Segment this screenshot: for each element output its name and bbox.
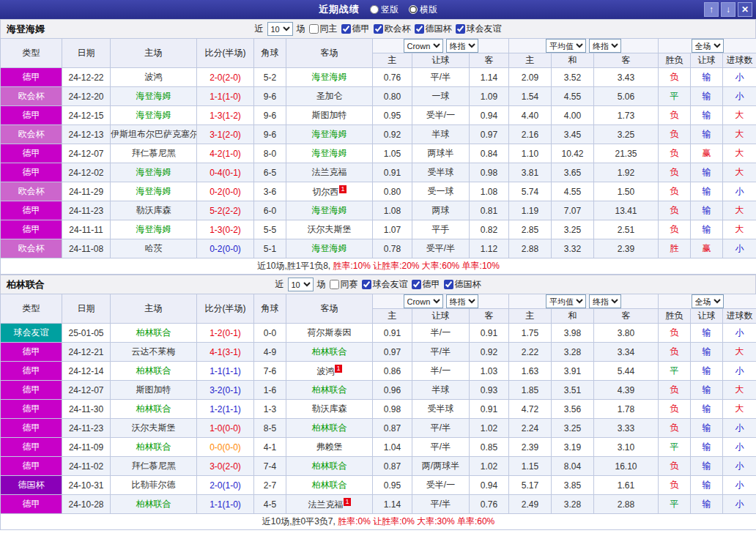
match-count-select[interactable]: 10 bbox=[288, 278, 314, 291]
same-filter-checkbox[interactable]: 同主 bbox=[309, 23, 338, 35]
same-filter-checkbox-input[interactable] bbox=[330, 280, 339, 289]
odds-value: 1.73 bbox=[594, 106, 659, 125]
home-team: 拜仁慕尼黑 bbox=[111, 457, 197, 476]
score: 1-3(0-2) bbox=[197, 220, 254, 239]
result-handicap: 输 bbox=[691, 324, 723, 343]
title-bar: 近期战绩 竖版 横版 ↑ ↓ ✕ bbox=[0, 0, 756, 19]
odds-value: 1.50 bbox=[594, 182, 659, 201]
league-filter-checkbox-1-label: 欧会杯 bbox=[385, 23, 411, 35]
result-goals: 大 bbox=[723, 163, 756, 182]
league-filter-checkbox-2-label: 德国杯 bbox=[426, 23, 452, 35]
home-team: 沃尔夫斯堡 bbox=[111, 419, 197, 438]
bookmaker-select[interactable]: Crown bbox=[404, 39, 443, 53]
header-col-score: 比分(半场) bbox=[197, 39, 254, 68]
league-filter-checkbox-2[interactable]: 德国杯 bbox=[444, 278, 481, 291]
odds-value: 1.54 bbox=[509, 87, 552, 106]
result-goals: 小 bbox=[723, 87, 756, 106]
header-sub-胜负: 胜负 bbox=[659, 309, 691, 324]
league-filter-checkbox-3-input[interactable] bbox=[456, 24, 465, 34]
same-filter-checkbox[interactable]: 同赛 bbox=[330, 278, 358, 291]
odds-value: 1.85 bbox=[509, 381, 552, 400]
layout-vertical-radio[interactable] bbox=[370, 5, 379, 14]
score: 0-4(0-1) bbox=[197, 163, 254, 182]
same-filter-checkbox-input[interactable] bbox=[309, 24, 319, 34]
away-team-name: 荷尔斯泰因 bbox=[308, 327, 352, 338]
odds-value: 5.06 bbox=[594, 87, 659, 106]
filter-suffix-label: 场 bbox=[317, 278, 326, 291]
odds-value: 2.16 bbox=[509, 125, 552, 144]
result-wdl: 负 bbox=[659, 182, 691, 201]
corner-score: 5-5 bbox=[254, 220, 286, 239]
league-filter-checkbox-0-input[interactable] bbox=[341, 24, 351, 34]
result-wdl: 负 bbox=[659, 343, 691, 362]
odds-value: 半球 bbox=[412, 125, 470, 144]
home-team: 柏林联合 bbox=[111, 495, 197, 514]
result-goals: 小 bbox=[723, 457, 756, 476]
away-team: 柏林联合 bbox=[286, 343, 373, 362]
league-badge: 德甲 bbox=[1, 144, 62, 163]
league-filter-checkbox-3[interactable]: 球会友谊 bbox=[456, 23, 502, 35]
league-filter-checkbox-2[interactable]: 德国杯 bbox=[415, 23, 452, 35]
home-team: 斯图加特 bbox=[111, 381, 197, 400]
layout-horizontal-radio[interactable] bbox=[409, 5, 418, 14]
summary-line: 近10场,胜0平3负7, 胜率:0% 让胜率:0% 大率:30% 单率:60% bbox=[1, 514, 756, 530]
league-filter-checkbox-0[interactable]: 球会友谊 bbox=[362, 278, 408, 291]
result-wdl: 负 bbox=[659, 201, 691, 220]
odds-value: 0.78 bbox=[373, 239, 412, 258]
odds-value: 3.25 bbox=[552, 419, 594, 438]
close-icon[interactable]: ✕ bbox=[738, 2, 752, 17]
scroll-down-button[interactable]: ↓ bbox=[721, 2, 735, 17]
league-filter-checkbox-2-input[interactable] bbox=[415, 24, 424, 34]
home-team-name: 拜仁慕尼黑 bbox=[132, 148, 176, 158]
layout-vertical-option[interactable]: 竖版 bbox=[370, 4, 399, 16]
home-team-name: 海登海姆 bbox=[136, 167, 171, 177]
match-count-select[interactable]: 10 bbox=[267, 22, 293, 36]
home-team: 海登海姆 bbox=[111, 220, 197, 239]
home-team-name: 哈茨 bbox=[145, 243, 163, 253]
league-filter-checkbox-0[interactable]: 德甲 bbox=[341, 23, 370, 35]
score: 3-1(2-0) bbox=[197, 125, 254, 144]
result-handicap: 输 bbox=[691, 476, 723, 495]
away-team-name: 柏林联合 bbox=[312, 346, 347, 357]
average-select[interactable]: 平均值 bbox=[546, 39, 586, 53]
league-filter-checkbox-1[interactable]: 欧会杯 bbox=[374, 23, 411, 35]
home-team-name: 拜仁慕尼黑 bbox=[132, 461, 176, 471]
result-handicap: 输 bbox=[691, 201, 723, 220]
league-filter-checkbox-0-input[interactable] bbox=[362, 280, 371, 289]
league-filter-checkbox-1-label: 德甲 bbox=[423, 278, 440, 291]
scroll-up-button[interactable]: ↑ bbox=[704, 2, 719, 17]
score: 2-0(1-0) bbox=[197, 476, 254, 495]
odds-value: 0.95 bbox=[373, 476, 412, 495]
result-wdl: 负 bbox=[659, 163, 691, 182]
away-team-name: 沃尔夫斯堡 bbox=[308, 224, 352, 234]
same-filter-checkbox-label: 同赛 bbox=[341, 278, 358, 291]
layout-horizontal-option[interactable]: 横版 bbox=[409, 4, 437, 16]
final-odds-select[interactable]: 终指 bbox=[446, 39, 478, 53]
full-match-select[interactable]: 全场 bbox=[692, 294, 724, 308]
corner-score: 4-5 bbox=[254, 495, 286, 514]
home-team: 柏林联合 bbox=[111, 400, 197, 419]
corner-score: 4-1 bbox=[254, 438, 286, 457]
match-date: 24-11-09 bbox=[62, 438, 111, 457]
odds-value: 2.22 bbox=[509, 343, 552, 362]
tables-container: 海登海姆近10场同主德甲欧会杯德国杯球会友谊类型日期主场比分(半场)角球客场Cr… bbox=[0, 19, 756, 530]
bookmaker-select[interactable]: Crown bbox=[404, 294, 443, 308]
average-select[interactable]: 平均值 bbox=[546, 294, 586, 308]
league-filter-checkbox-1-input[interactable] bbox=[412, 280, 421, 289]
league-filter-checkbox-1[interactable]: 德甲 bbox=[412, 278, 440, 291]
full-match-select[interactable]: 全场 bbox=[692, 39, 724, 53]
league-filter-checkbox-1-input[interactable] bbox=[374, 24, 383, 34]
final-odds-select-2[interactable]: 终指 bbox=[589, 294, 621, 308]
final-odds-select[interactable]: 终指 bbox=[446, 294, 478, 308]
match-row: 德甲24-11-30柏林联合1-2(1-1)1-3勒沃库森0.98受半球0.91… bbox=[1, 400, 756, 419]
odds-value: 0.80 bbox=[373, 182, 412, 201]
result-goals: 大 bbox=[723, 343, 756, 362]
odds-value: 3.33 bbox=[594, 419, 659, 438]
league-badge: 德国杯 bbox=[1, 476, 62, 495]
away-team-name: 柏林联合 bbox=[312, 423, 347, 433]
score: 1-0(0-0) bbox=[197, 419, 254, 438]
score: 1-1(1-0) bbox=[197, 495, 254, 514]
league-filter-checkbox-2-input[interactable] bbox=[444, 280, 453, 289]
odds-value: 5.17 bbox=[509, 476, 552, 495]
final-odds-select-2[interactable]: 终指 bbox=[589, 39, 621, 53]
